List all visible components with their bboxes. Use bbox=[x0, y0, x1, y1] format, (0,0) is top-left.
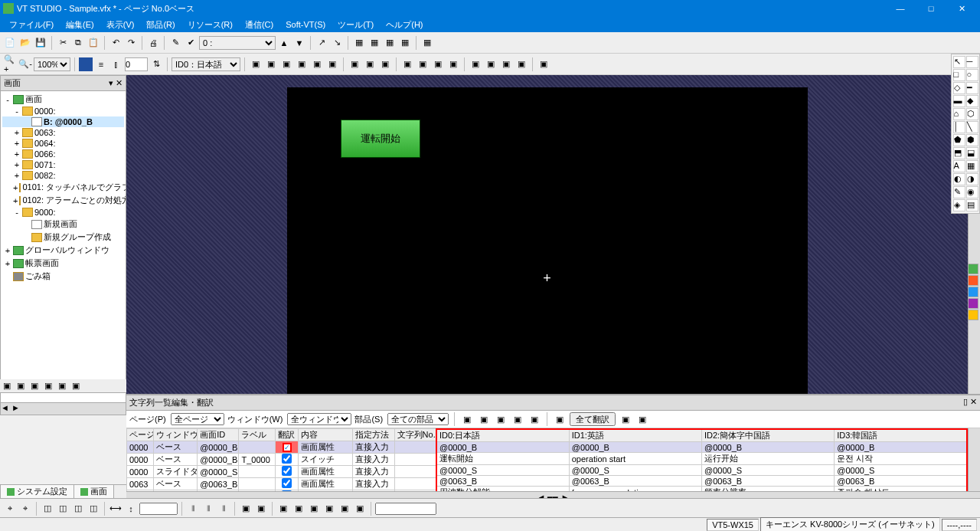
save-icon[interactable]: 💾 bbox=[34, 36, 47, 50]
redo-icon[interactable]: ↷ bbox=[124, 36, 138, 50]
draw-tool-icon[interactable]: ⬒ bbox=[953, 147, 965, 159]
t2-i[interactable]: ▣ bbox=[378, 57, 392, 71]
draw-tool-icon[interactable]: ◉ bbox=[966, 186, 978, 198]
t2-d[interactable]: ▣ bbox=[295, 57, 309, 71]
check-icon[interactable]: ✔ bbox=[184, 36, 198, 50]
t2-f[interactable]: ▣ bbox=[325, 57, 339, 71]
translate-all-button[interactable]: 全て翻訳 bbox=[570, 412, 616, 426]
page-filter[interactable]: 全ページ bbox=[171, 413, 224, 425]
enter-icon[interactable]: ↘ bbox=[330, 36, 344, 50]
t3-e[interactable]: ◫ bbox=[71, 502, 85, 516]
tree-node[interactable]: +帳票画面 bbox=[2, 257, 124, 270]
string-table-right[interactable]: ID0:日本語ID1:英語ID2:簡体字中国語ID3:韓国語@0000_B@00… bbox=[436, 428, 968, 491]
draw-tool-icon[interactable]: ▬ bbox=[953, 95, 965, 107]
side-tab-e[interactable] bbox=[968, 310, 978, 320]
align-v-icon[interactable]: ⫿ bbox=[109, 57, 123, 71]
color-swatch[interactable] bbox=[79, 57, 93, 71]
tab-btn-d[interactable]: ▣ bbox=[41, 379, 55, 393]
t2-m[interactable]: ▣ bbox=[446, 57, 460, 71]
menu-item[interactable]: 表示(V) bbox=[100, 18, 141, 32]
nav-down-icon[interactable]: ▼ bbox=[292, 36, 306, 50]
menu-item[interactable]: ファイル(F) bbox=[3, 18, 60, 32]
menu-item[interactable]: 編集(E) bbox=[60, 18, 100, 32]
t2-n[interactable]: ▣ bbox=[469, 57, 482, 71]
cut-icon[interactable]: ✂ bbox=[56, 36, 70, 50]
tab-system-settings[interactable]: システム設定 bbox=[0, 484, 74, 499]
tree-node[interactable]: +0064: bbox=[2, 138, 124, 149]
canvas-viewport[interactable]: 運転開始 + bbox=[126, 75, 968, 403]
tree-node[interactable]: +0071: bbox=[2, 159, 124, 170]
draw-tool-icon[interactable]: □ bbox=[953, 69, 965, 81]
bp-h[interactable]: ▣ bbox=[635, 412, 649, 426]
screen-tree[interactable]: -画面-0000:B: @0000_B+0063:+0064:+0066:+00… bbox=[1, 91, 126, 402]
open-icon[interactable]: 📂 bbox=[18, 36, 32, 50]
tree-node[interactable]: -0000: bbox=[2, 106, 124, 116]
window-filter[interactable]: 全ウィンドウ bbox=[287, 413, 351, 425]
print-icon[interactable]: 🖨 bbox=[146, 36, 160, 50]
draw-tool-icon[interactable]: ○ bbox=[966, 69, 978, 81]
t3-l[interactable]: ▣ bbox=[239, 502, 253, 516]
t3-a[interactable]: ⌖ bbox=[3, 502, 17, 516]
t3-k[interactable]: ⫴ bbox=[217, 502, 230, 516]
string-panel-close-icon[interactable]: ▯ ✕ bbox=[963, 397, 977, 408]
maximize-button[interactable]: □ bbox=[916, 0, 946, 17]
bp-g[interactable]: ▣ bbox=[619, 412, 632, 426]
t3-g[interactable]: ⟷ bbox=[109, 502, 122, 516]
tree-node[interactable]: +0066: bbox=[2, 149, 124, 159]
side-tab-b[interactable] bbox=[968, 275, 978, 286]
tree-node[interactable]: -9000: bbox=[2, 207, 124, 218]
draw-tool-icon[interactable]: ◇ bbox=[953, 82, 965, 94]
draw-tool-icon[interactable]: ▦ bbox=[966, 160, 978, 172]
menu-item[interactable]: 部品(R) bbox=[140, 18, 181, 32]
paste-icon[interactable]: 📋 bbox=[87, 36, 100, 50]
string-table-vscroll[interactable] bbox=[968, 428, 980, 491]
t3-b[interactable]: ⌖ bbox=[18, 502, 32, 516]
t3-m[interactable]: ▣ bbox=[254, 502, 268, 516]
draw-tool-icon[interactable]: ⬢ bbox=[966, 134, 978, 146]
t3-q[interactable]: ▣ bbox=[322, 502, 336, 516]
t3-j[interactable]: ⫴ bbox=[201, 502, 215, 516]
string-table-left[interactable]: ページウィンドウ画面IDラベル翻訳内容指定方法文字列No.0000ベース@000… bbox=[126, 428, 436, 491]
tree-node[interactable]: -画面 bbox=[2, 93, 124, 106]
close-button[interactable]: ✕ bbox=[946, 0, 977, 17]
menu-item[interactable]: リソース(R) bbox=[181, 18, 239, 32]
offset-input[interactable] bbox=[125, 57, 148, 71]
draw-tool-icon[interactable]: ⌂ bbox=[953, 108, 965, 120]
t3-c[interactable]: ◫ bbox=[41, 502, 54, 516]
stepper-icon[interactable]: ⇅ bbox=[149, 57, 163, 71]
nav-up-icon[interactable]: ▲ bbox=[277, 36, 291, 50]
align-h-icon[interactable]: ≡ bbox=[94, 57, 108, 71]
undo-icon[interactable]: ↶ bbox=[109, 36, 122, 50]
t3-p[interactable]: ▣ bbox=[307, 502, 321, 516]
tab-btn-c[interactable]: ▣ bbox=[28, 379, 41, 393]
tab-btn-b[interactable]: ▣ bbox=[14, 379, 28, 393]
menu-item[interactable]: 通信(C) bbox=[239, 18, 279, 32]
draw-tool-icon[interactable]: ✎ bbox=[953, 186, 965, 198]
btn-c[interactable]: ▦ bbox=[383, 36, 397, 50]
t3-input-a[interactable] bbox=[139, 503, 178, 515]
copy-icon[interactable]: ⧉ bbox=[71, 36, 85, 50]
t2-j[interactable]: ▣ bbox=[400, 57, 414, 71]
bp-f[interactable]: ▣ bbox=[553, 412, 567, 426]
t3-n[interactable]: ▣ bbox=[276, 502, 290, 516]
tab-btn-e[interactable]: ▣ bbox=[55, 379, 69, 393]
exit-icon[interactable]: ↗ bbox=[315, 36, 328, 50]
btn-d[interactable]: ▦ bbox=[398, 36, 412, 50]
t2-e[interactable]: ▣ bbox=[310, 57, 324, 71]
tree-node[interactable]: +0063: bbox=[2, 127, 124, 138]
edit-icon[interactable]: ✎ bbox=[168, 36, 182, 50]
canvas[interactable]: 運転開始 + bbox=[287, 87, 808, 403]
draw-tool-icon[interactable]: ⬓ bbox=[966, 147, 978, 159]
draw-tool-icon[interactable]: ╲ bbox=[966, 121, 978, 133]
draw-tool-icon[interactable]: A bbox=[953, 160, 965, 172]
new-icon[interactable]: 📄 bbox=[3, 36, 17, 50]
t3-f[interactable]: ◫ bbox=[87, 502, 100, 516]
t2-p[interactable]: ▣ bbox=[499, 57, 513, 71]
t3-o[interactable]: ▣ bbox=[292, 502, 305, 516]
side-tab-c[interactable] bbox=[968, 287, 978, 297]
t2-l[interactable]: ▣ bbox=[431, 57, 445, 71]
draw-tool-icon[interactable]: ⬡ bbox=[966, 108, 978, 120]
language-select[interactable]: ID0：日本語 bbox=[172, 57, 240, 71]
draw-tool-icon[interactable]: ◑ bbox=[966, 173, 978, 185]
bp-c[interactable]: ▣ bbox=[494, 412, 508, 426]
